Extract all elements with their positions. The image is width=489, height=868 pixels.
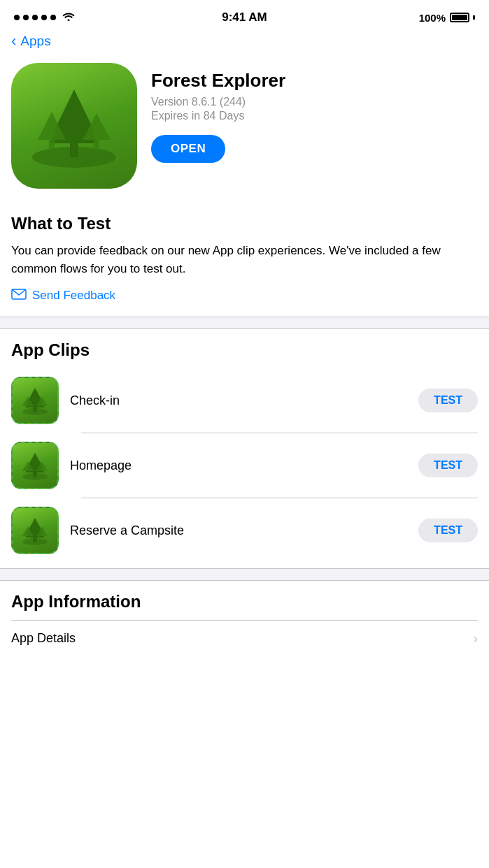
app-icon	[11, 63, 137, 189]
send-feedback-label: Send Feedback	[32, 289, 115, 303]
clip-name-checkin: Check-in	[70, 393, 407, 408]
clip-item-homepage: Homepage TEST	[11, 433, 478, 498]
section-gap-2	[0, 569, 489, 580]
svg-rect-5	[49, 140, 55, 150]
app-details-label: App Details	[11, 631, 76, 646]
wifi-icon	[62, 11, 75, 24]
clip-item-checkin: Check-in TEST	[11, 368, 478, 433]
battery-area: 100%	[419, 12, 475, 24]
section-gap-1	[0, 317, 489, 328]
back-label: Apps	[20, 34, 50, 49]
send-feedback-link[interactable]: Send Feedback	[11, 289, 478, 303]
signal-dot-4	[41, 15, 47, 20]
app-icon-wrapper	[11, 63, 137, 189]
test-button-checkin[interactable]: TEST	[418, 389, 478, 412]
clip-icon-campsite	[11, 507, 59, 554]
back-button[interactable]: ‹ Apps	[11, 34, 51, 49]
clip-icon-checkin	[11, 377, 59, 424]
app-header: Forest Explorer Version 8.6.1 (244) Expi…	[0, 55, 489, 203]
app-name: Forest Explorer	[151, 70, 478, 92]
clip-list: Check-in TEST Homepage TEST	[11, 368, 478, 563]
what-to-test-title: What to Test	[11, 214, 478, 233]
signal-dot-5	[50, 15, 56, 20]
battery-percent: 100%	[419, 12, 446, 24]
app-details-chevron-icon: ›	[473, 630, 478, 646]
svg-rect-12	[33, 407, 37, 412]
app-information-section: App Information App Details ›	[0, 581, 489, 662]
app-info: Forest Explorer Version 8.6.1 (244) Expi…	[151, 63, 478, 163]
signal-dot-2	[23, 15, 29, 20]
clip-item-campsite: Reserve a Campsite TEST	[11, 498, 478, 563]
what-to-test-description: You can provide feedback on our new App …	[11, 242, 478, 277]
app-clips-section: App Clips Check-in TEST	[0, 329, 489, 568]
what-to-test-section: What to Test You can provide feedback on…	[0, 203, 489, 317]
battery-icon	[450, 13, 475, 22]
svg-rect-3	[70, 143, 78, 157]
back-chevron-icon: ‹	[11, 34, 16, 49]
open-button[interactable]: OPEN	[151, 135, 225, 163]
signal-dot-1	[14, 15, 20, 20]
clip-icon-homepage	[11, 442, 59, 489]
status-bar: 9:41 AM 100%	[0, 0, 489, 31]
app-expires: Expires in 84 Days	[151, 110, 478, 122]
status-time: 9:41 AM	[222, 10, 267, 24]
app-version: Version 8.6.1 (244)	[151, 96, 478, 108]
clip-name-homepage: Homepage	[70, 458, 407, 473]
app-clips-title: App Clips	[11, 340, 478, 360]
svg-rect-24	[33, 537, 37, 542]
app-information-title: App Information	[11, 592, 478, 612]
info-row-app-details[interactable]: App Details ›	[11, 621, 478, 656]
svg-rect-7	[94, 140, 99, 150]
test-button-campsite[interactable]: TEST	[418, 519, 478, 542]
svg-rect-18	[33, 472, 37, 477]
email-icon	[11, 289, 27, 303]
clip-name-campsite: Reserve a Campsite	[70, 523, 407, 538]
signal-dot-3	[32, 15, 38, 20]
nav-bar: ‹ Apps	[0, 31, 489, 55]
test-button-homepage[interactable]: TEST	[418, 454, 478, 477]
signal-area	[14, 11, 75, 24]
